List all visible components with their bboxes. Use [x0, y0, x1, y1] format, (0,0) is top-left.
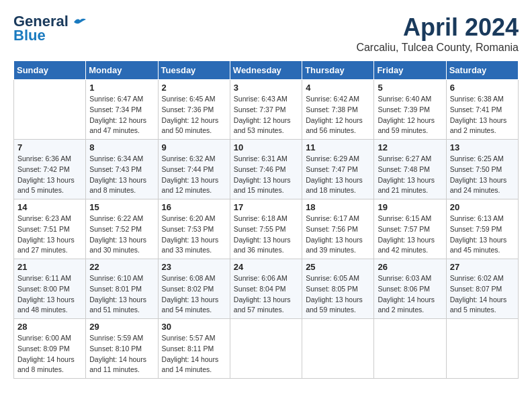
day-info: Sunrise: 6:29 AM Sunset: 7:47 PM Dayligh… [306, 154, 370, 196]
day-info: Sunrise: 6:02 AM Sunset: 8:07 PM Dayligh… [450, 273, 515, 316]
calendar-cell: 5Sunrise: 6:40 AM Sunset: 7:39 PM Daylig… [374, 80, 446, 140]
day-header-saturday: Saturday [446, 61, 518, 80]
calendar-cell [374, 319, 446, 379]
day-number: 10 [234, 142, 298, 152]
day-info: Sunrise: 6:45 AM Sunset: 7:36 PM Dayligh… [162, 94, 226, 136]
day-info: Sunrise: 6:20 AM Sunset: 7:53 PM Dayligh… [162, 214, 226, 256]
day-info: Sunrise: 6:40 AM Sunset: 7:39 PM Dayligh… [378, 94, 442, 136]
day-header-wednesday: Wednesday [230, 61, 302, 80]
page-header: General Blue April 2024 Carcaliu, Tulcea… [13, 13, 519, 54]
day-info: Sunrise: 6:22 AM Sunset: 7:52 PM Dayligh… [89, 214, 154, 256]
calendar-cell: 7Sunrise: 6:36 AM Sunset: 7:42 PM Daylig… [14, 140, 86, 199]
calendar-week-row: 7Sunrise: 6:36 AM Sunset: 7:42 PM Daylig… [14, 140, 519, 199]
calendar-cell: 3Sunrise: 6:43 AM Sunset: 7:37 PM Daylig… [230, 80, 302, 140]
calendar-cell [230, 319, 302, 379]
day-number: 14 [17, 202, 82, 212]
calendar-cell: 17Sunrise: 6:18 AM Sunset: 7:55 PM Dayli… [230, 199, 302, 259]
day-number: 1 [89, 83, 154, 93]
calendar-cell: 13Sunrise: 6:25 AM Sunset: 7:50 PM Dayli… [446, 140, 518, 199]
day-number: 30 [162, 322, 226, 332]
calendar-cell: 6Sunrise: 6:38 AM Sunset: 7:41 PM Daylig… [446, 80, 518, 140]
calendar-cell: 4Sunrise: 6:42 AM Sunset: 7:38 PM Daylig… [302, 80, 374, 140]
title-section: April 2024 Carcaliu, Tulcea County, Roma… [356, 13, 519, 54]
day-number: 25 [306, 262, 370, 272]
calendar-week-row: 14Sunrise: 6:23 AM Sunset: 7:51 PM Dayli… [14, 199, 519, 259]
calendar-cell [14, 80, 86, 140]
day-number: 12 [378, 142, 442, 152]
day-number: 4 [306, 83, 370, 93]
logo-bird-icon [74, 17, 86, 27]
day-number: 5 [378, 83, 442, 93]
subtitle: Carcaliu, Tulcea County, Romania [356, 42, 519, 54]
day-number: 21 [17, 262, 82, 272]
calendar-cell: 2Sunrise: 6:45 AM Sunset: 7:36 PM Daylig… [158, 80, 230, 140]
day-info: Sunrise: 5:59 AM Sunset: 8:10 PM Dayligh… [89, 333, 154, 375]
day-info: Sunrise: 6:34 AM Sunset: 7:43 PM Dayligh… [89, 154, 154, 196]
day-info: Sunrise: 6:08 AM Sunset: 8:02 PM Dayligh… [162, 273, 226, 316]
day-number: 17 [234, 202, 298, 212]
calendar-cell: 22Sunrise: 6:10 AM Sunset: 8:01 PM Dayli… [86, 259, 158, 319]
logo: General Blue [13, 13, 86, 44]
calendar-cell: 8Sunrise: 6:34 AM Sunset: 7:43 PM Daylig… [86, 140, 158, 199]
day-info: Sunrise: 6:47 AM Sunset: 7:34 PM Dayligh… [89, 94, 154, 136]
day-header-tuesday: Tuesday [158, 61, 230, 80]
calendar-cell: 21Sunrise: 6:11 AM Sunset: 8:00 PM Dayli… [14, 259, 86, 319]
day-info: Sunrise: 6:15 AM Sunset: 7:57 PM Dayligh… [378, 214, 442, 256]
calendar-cell: 18Sunrise: 6:17 AM Sunset: 7:56 PM Dayli… [302, 199, 374, 259]
day-info: Sunrise: 6:13 AM Sunset: 7:59 PM Dayligh… [450, 214, 515, 256]
calendar-cell: 1Sunrise: 6:47 AM Sunset: 7:34 PM Daylig… [86, 80, 158, 140]
day-info: Sunrise: 6:27 AM Sunset: 7:48 PM Dayligh… [378, 154, 442, 196]
calendar-cell [302, 319, 374, 379]
calendar-cell: 15Sunrise: 6:22 AM Sunset: 7:52 PM Dayli… [86, 199, 158, 259]
day-info: Sunrise: 6:00 AM Sunset: 8:09 PM Dayligh… [17, 333, 82, 375]
calendar-header-row: SundayMondayTuesdayWednesdayThursdayFrid… [14, 61, 519, 80]
day-number: 13 [450, 142, 515, 152]
day-info: Sunrise: 6:36 AM Sunset: 7:42 PM Dayligh… [17, 154, 82, 196]
day-info: Sunrise: 6:32 AM Sunset: 7:44 PM Dayligh… [162, 154, 226, 196]
month-title: April 2024 [356, 13, 519, 42]
calendar-cell: 30Sunrise: 5:57 AM Sunset: 8:11 PM Dayli… [158, 319, 230, 379]
day-number: 28 [17, 322, 82, 332]
day-number: 23 [162, 262, 226, 272]
day-number: 20 [450, 202, 515, 212]
day-number: 27 [450, 262, 515, 272]
calendar-cell: 27Sunrise: 6:02 AM Sunset: 8:07 PM Dayli… [446, 259, 518, 319]
day-info: Sunrise: 6:03 AM Sunset: 8:06 PM Dayligh… [378, 273, 442, 316]
calendar-cell: 10Sunrise: 6:31 AM Sunset: 7:46 PM Dayli… [230, 140, 302, 199]
day-info: Sunrise: 6:11 AM Sunset: 8:00 PM Dayligh… [17, 273, 82, 316]
calendar-cell: 26Sunrise: 6:03 AM Sunset: 8:06 PM Dayli… [374, 259, 446, 319]
day-number: 24 [234, 262, 298, 272]
calendar-week-row: 1Sunrise: 6:47 AM Sunset: 7:34 PM Daylig… [14, 80, 519, 140]
day-info: Sunrise: 6:31 AM Sunset: 7:46 PM Dayligh… [234, 154, 298, 196]
calendar-cell: 28Sunrise: 6:00 AM Sunset: 8:09 PM Dayli… [14, 319, 86, 379]
day-number: 15 [89, 202, 154, 212]
calendar-cell: 9Sunrise: 6:32 AM Sunset: 7:44 PM Daylig… [158, 140, 230, 199]
calendar-cell: 14Sunrise: 6:23 AM Sunset: 7:51 PM Dayli… [14, 199, 86, 259]
day-info: Sunrise: 6:42 AM Sunset: 7:38 PM Dayligh… [306, 94, 370, 136]
calendar-cell: 25Sunrise: 6:05 AM Sunset: 8:05 PM Dayli… [302, 259, 374, 319]
day-info: Sunrise: 6:43 AM Sunset: 7:37 PM Dayligh… [234, 94, 298, 136]
day-number: 6 [450, 83, 515, 93]
day-info: Sunrise: 6:38 AM Sunset: 7:41 PM Dayligh… [450, 94, 515, 136]
calendar-cell: 19Sunrise: 6:15 AM Sunset: 7:57 PM Dayli… [374, 199, 446, 259]
calendar-cell: 23Sunrise: 6:08 AM Sunset: 8:02 PM Dayli… [158, 259, 230, 319]
day-info: Sunrise: 6:10 AM Sunset: 8:01 PM Dayligh… [89, 273, 154, 316]
day-header-friday: Friday [374, 61, 446, 80]
day-info: Sunrise: 6:23 AM Sunset: 7:51 PM Dayligh… [17, 214, 82, 256]
calendar-cell: 24Sunrise: 6:06 AM Sunset: 8:04 PM Dayli… [230, 259, 302, 319]
day-number: 11 [306, 142, 370, 152]
day-number: 22 [89, 262, 154, 272]
day-number: 2 [162, 83, 226, 93]
day-info: Sunrise: 6:06 AM Sunset: 8:04 PM Dayligh… [234, 273, 298, 316]
calendar-cell: 16Sunrise: 6:20 AM Sunset: 7:53 PM Dayli… [158, 199, 230, 259]
day-number: 3 [234, 83, 298, 93]
day-header-sunday: Sunday [14, 61, 86, 80]
day-number: 29 [89, 322, 154, 332]
day-info: Sunrise: 6:05 AM Sunset: 8:05 PM Dayligh… [306, 273, 370, 316]
day-number: 9 [162, 142, 226, 152]
day-number: 8 [89, 142, 154, 152]
calendar-cell [446, 319, 518, 379]
calendar-cell: 29Sunrise: 5:59 AM Sunset: 8:10 PM Dayli… [86, 319, 158, 379]
day-header-monday: Monday [86, 61, 158, 80]
calendar-table: SundayMondayTuesdayWednesdayThursdayFrid… [13, 60, 519, 379]
